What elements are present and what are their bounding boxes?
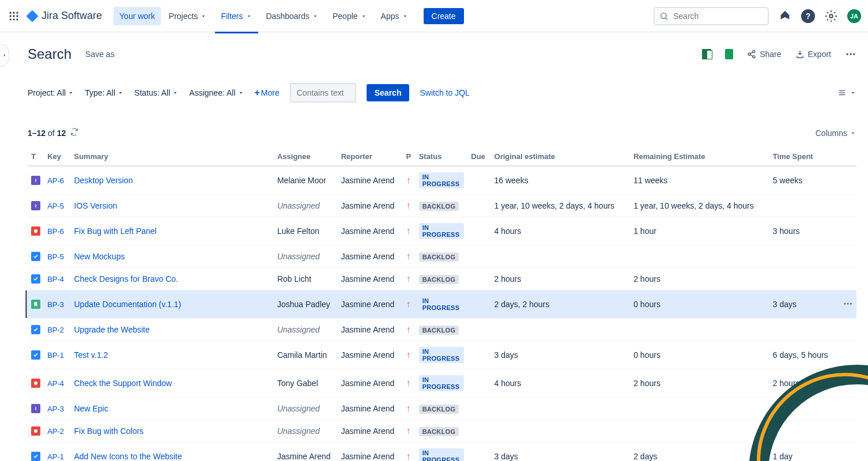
table-row[interactable]: AP-5 IOS Version Unassigned Jasmine Aren… bbox=[28, 195, 856, 217]
nav-projects[interactable]: Projects bbox=[163, 7, 213, 25]
columns-dropdown[interactable]: Columns bbox=[816, 129, 856, 138]
issue-key-link[interactable]: BP-4 bbox=[47, 275, 64, 284]
filter-type[interactable]: Type: All bbox=[85, 88, 124, 97]
priority-icon: ↑ bbox=[406, 299, 410, 309]
status-badge: IN PROGRESS bbox=[419, 448, 465, 461]
assignee-text: Melanie Moor bbox=[277, 176, 326, 185]
issue-key-link[interactable]: AP-4 bbox=[47, 379, 64, 388]
issue-summary-link[interactable]: Upgrade the Website bbox=[74, 325, 150, 334]
header-reporter[interactable]: Reporter bbox=[338, 148, 403, 166]
table-row[interactable]: BP-4 Check Designs for Bravo Co. Rob Lic… bbox=[28, 268, 856, 290]
table-row[interactable]: BP-5 New Mockups Unassigned Jasmine Aren… bbox=[28, 245, 856, 268]
table-row[interactable]: BP-1 Test v.1.2 Camila Martin Jasmine Ar… bbox=[28, 341, 856, 369]
create-button[interactable]: Create bbox=[424, 8, 464, 24]
issue-summary-link[interactable]: Test v.1.2 bbox=[74, 350, 108, 360]
share-button[interactable]: Share bbox=[747, 50, 781, 59]
save-as-link[interactable]: Save as bbox=[85, 50, 115, 59]
svg-point-23 bbox=[850, 53, 851, 55]
header-summary[interactable]: Summary bbox=[71, 148, 274, 166]
filter-more[interactable]: +More bbox=[255, 88, 280, 98]
issue-summary-link[interactable]: Check Designs for Bravo Co. bbox=[74, 274, 179, 284]
issue-key-link[interactable]: BP-5 bbox=[47, 252, 64, 261]
issue-key-link[interactable]: AP-1 bbox=[47, 452, 64, 461]
nav-dashboards[interactable]: Dashboards bbox=[261, 7, 325, 25]
help-icon[interactable]: ? bbox=[801, 9, 815, 23]
table-row[interactable]: AP-3 New Epic Unassigned Jasmine Arend ↑… bbox=[28, 398, 856, 420]
table-row[interactable]: AP-4 Check the Support Window Tony Gabel… bbox=[28, 369, 856, 398]
nav-filters[interactable]: Filters bbox=[215, 7, 258, 25]
nav-apps[interactable]: Apps bbox=[375, 7, 414, 25]
issue-summary-link[interactable]: New Mockups bbox=[74, 252, 125, 261]
svg-point-30 bbox=[847, 303, 848, 304]
issue-summary-link[interactable]: Add New Icons to the Website bbox=[74, 452, 182, 461]
header-priority[interactable]: P bbox=[402, 148, 415, 166]
issue-type-icon bbox=[31, 350, 40, 360]
header-time-spent[interactable]: Time Spent bbox=[769, 148, 839, 166]
issue-summary-link[interactable]: Check the Support Window bbox=[74, 379, 172, 388]
user-avatar[interactable]: JA bbox=[847, 9, 861, 23]
issue-key-link[interactable]: AP-6 bbox=[47, 176, 64, 185]
issue-type-icon bbox=[31, 274, 40, 284]
issue-key-link[interactable]: AP-3 bbox=[47, 405, 64, 413]
table-row[interactable]: BP-6 Fix Bug with Left Panel Luke Felton… bbox=[28, 217, 856, 245]
status-badge: BACKLOG bbox=[419, 202, 459, 211]
notifications-icon[interactable] bbox=[777, 8, 793, 24]
header-remaining-estimate[interactable]: Remaining Estimate bbox=[630, 148, 769, 166]
header-type[interactable]: T bbox=[28, 148, 44, 166]
reporter-text: Jasmine Arend bbox=[341, 350, 395, 360]
table-row[interactable]: AP-1 Add New Icons to the Website Jasmin… bbox=[28, 443, 856, 462]
status-badge: BACKLOG bbox=[419, 405, 459, 414]
table-row[interactable]: AP-2 Fix Bug with Colors Unassigned Jasm… bbox=[28, 420, 856, 443]
issue-summary-link[interactable]: Fix Bug with Colors bbox=[74, 426, 144, 436]
global-search[interactable] bbox=[654, 7, 769, 25]
issue-summary-link[interactable]: Fix Bug with Left Panel bbox=[74, 226, 157, 236]
table-row[interactable]: AP-6 Desktop Version Melanie Moor Jasmin… bbox=[28, 166, 856, 195]
contains-text-input[interactable] bbox=[290, 83, 356, 103]
svg-point-14 bbox=[661, 13, 666, 18]
table-row[interactable]: BP-3 Update Documentation (v.1.1) Joshua… bbox=[28, 290, 856, 319]
header-due[interactable]: Due bbox=[467, 148, 490, 166]
view-toggle[interactable] bbox=[837, 89, 856, 97]
reporter-text: Jasmine Arend bbox=[341, 300, 395, 309]
filter-assignee[interactable]: Assignee: All bbox=[189, 88, 244, 97]
header-assignee[interactable]: Assignee bbox=[274, 148, 338, 166]
row-more-icon[interactable] bbox=[843, 301, 853, 311]
issue-summary-link[interactable]: IOS Version bbox=[74, 201, 118, 210]
jira-logo[interactable]: Jira Software bbox=[25, 9, 102, 23]
nav-people[interactable]: People bbox=[327, 7, 373, 25]
switch-jql-link[interactable]: Switch to JQL bbox=[420, 88, 469, 97]
export-sheets-icon[interactable] bbox=[725, 49, 733, 59]
filter-status[interactable]: Status: All bbox=[134, 88, 179, 97]
issue-summary-link[interactable]: Desktop Version bbox=[74, 176, 133, 185]
issue-key-link[interactable]: AP-5 bbox=[47, 202, 64, 210]
table-row[interactable]: BP-2 Upgrade the Website Unassigned Jasm… bbox=[28, 319, 856, 341]
settings-icon[interactable] bbox=[823, 8, 839, 24]
refresh-icon[interactable] bbox=[70, 128, 78, 138]
app-switcher-icon[interactable] bbox=[7, 9, 21, 23]
filter-project[interactable]: Project: All bbox=[28, 88, 74, 97]
search-button[interactable]: Search bbox=[367, 84, 410, 101]
priority-icon: ↑ bbox=[406, 350, 410, 360]
global-search-input[interactable] bbox=[654, 7, 769, 25]
header-key[interactable]: Key bbox=[44, 148, 70, 166]
nav-your-work[interactable]: Your work bbox=[114, 7, 161, 25]
issue-summary-link[interactable]: New Epic bbox=[74, 404, 108, 413]
issue-key-link[interactable]: BP-6 bbox=[47, 227, 64, 236]
export-button[interactable]: Export bbox=[795, 50, 831, 59]
issue-type-icon bbox=[31, 426, 40, 436]
main-content: Search Save as Share Export Project: All… bbox=[0, 32, 868, 461]
remaining-estimate-text: 1 hour bbox=[633, 226, 656, 236]
issue-summary-link[interactable]: Update Documentation (v.1.1) bbox=[74, 300, 182, 309]
more-actions-icon[interactable] bbox=[845, 48, 856, 60]
issue-key-link[interactable]: BP-2 bbox=[47, 326, 64, 334]
header-original-estimate[interactable]: Original estimate bbox=[491, 148, 631, 166]
header-status[interactable]: Status bbox=[416, 148, 468, 166]
export-excel-icon[interactable] bbox=[702, 49, 711, 59]
issue-key-link[interactable]: BP-1 bbox=[47, 351, 64, 360]
assignee-text: Rob Licht bbox=[277, 274, 311, 284]
issue-type-icon bbox=[31, 176, 40, 185]
issue-type-icon bbox=[31, 452, 40, 461]
svg-line-21 bbox=[750, 55, 753, 56]
issue-key-link[interactable]: AP-2 bbox=[47, 427, 64, 436]
issue-key-link[interactable]: BP-3 bbox=[47, 300, 64, 309]
